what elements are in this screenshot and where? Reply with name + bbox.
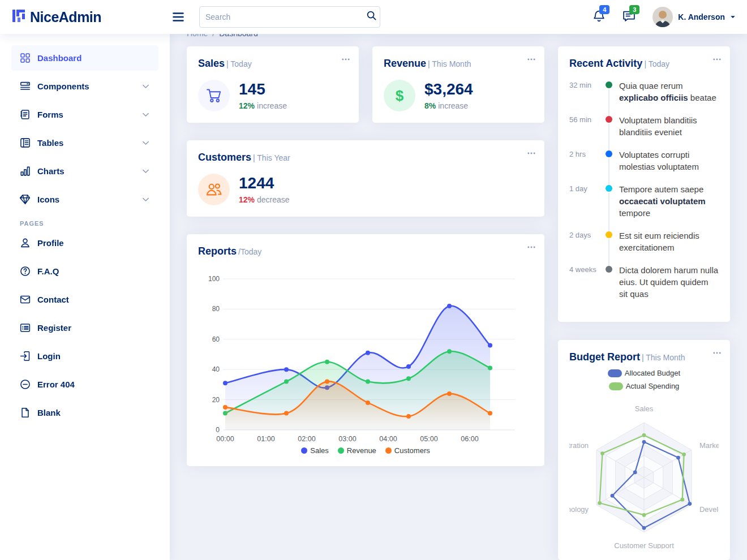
svg-text:Administration: Administration — [569, 441, 589, 450]
legend-label: Customers — [394, 446, 430, 455]
card-menu-icon[interactable] — [712, 54, 722, 64]
legend-swatch — [608, 369, 622, 377]
activity-text: Voluptates corrupti molestias voluptatem — [619, 149, 719, 183]
svg-text:Information Technology: Information Technology — [569, 505, 589, 514]
card-filter: | This Year — [253, 153, 290, 162]
sidebar-item-tables[interactable]: Tables — [11, 130, 158, 156]
svg-text:03:00: 03:00 — [338, 435, 356, 443]
profile-menu[interactable]: K. Anderson — [652, 7, 736, 27]
revenue-trend: 8%increase — [424, 101, 473, 110]
activity-item: 1 day Tempore autem saepe occaecati volu… — [569, 183, 719, 230]
legend-item-allocated-budget[interactable]: Allocated Budget — [608, 369, 680, 377]
sidebar-item-f-a-q[interactable]: F.A.Q — [11, 259, 158, 284]
reports-card: Reports/Today 02040608010000:0001:0002:0… — [187, 234, 544, 466]
activity-dot — [606, 150, 612, 157]
sidebar-item-label: Register — [37, 323, 71, 333]
legend-dot — [385, 447, 392, 454]
legend-item-sales[interactable]: Sales — [301, 446, 329, 455]
messages-button[interactable]: 3 — [622, 10, 636, 25]
activity-dot — [606, 231, 612, 238]
journal-icon — [20, 109, 31, 120]
budget-chart-legend: Allocated Budget Actual Spending — [569, 369, 719, 390]
activity-text: Quia quae rerum explicabo officiis beata… — [619, 80, 719, 114]
svg-text:Sales: Sales — [635, 404, 654, 413]
activity-text: Tempore autem saepe occaecati voluptatem… — [619, 183, 719, 230]
svg-text:Marketing: Marketing — [699, 441, 719, 450]
card-filter: | This Month — [428, 59, 471, 68]
sidebar-item-label: Login — [37, 351, 61, 361]
top-header: NiceAdmin 4 — [0, 0, 747, 34]
sidebar-item-register[interactable]: Register — [11, 315, 158, 341]
sidebar-item-forms[interactable]: Forms — [11, 102, 158, 127]
activity-rail — [604, 183, 619, 230]
logo-icon — [11, 8, 26, 25]
sidebar-item-components[interactable]: Components — [11, 74, 158, 99]
sidebar-nav: Dashboard Components Forms Tables Charts… — [11, 45, 158, 425]
svg-text:06:00: 06:00 — [461, 435, 478, 443]
dash-circle-icon — [20, 379, 31, 390]
dollar-icon: $ — [384, 80, 415, 111]
search-button[interactable] — [366, 10, 377, 23]
legend-item-revenue[interactable]: Revenue — [338, 446, 376, 455]
activity-rail — [604, 80, 619, 114]
activity-dot — [606, 116, 612, 123]
sidebar-pages-heading: PAGES — [20, 220, 158, 227]
svg-text:100: 100 — [208, 275, 220, 283]
main-content: Dashboard Home / Dashboard Sales| Today — [170, 0, 747, 560]
sidebar-item-label: Contact — [37, 295, 69, 304]
chevron-down-icon — [141, 167, 150, 175]
activity-line — [608, 124, 609, 151]
sidebar-item-dashboard[interactable]: Dashboard — [11, 45, 158, 71]
search-icon — [366, 14, 377, 23]
sidebar-item-contact[interactable]: Contact — [11, 287, 158, 312]
sidebar-item-label: Tables — [37, 138, 63, 148]
card-menu-icon[interactable] — [712, 348, 722, 358]
card-title: Recent Activity| Today — [569, 58, 719, 70]
app-title: NiceAdmin — [30, 9, 101, 25]
question-circle-icon — [20, 266, 31, 277]
activity-rail — [604, 230, 619, 264]
card-menu-icon[interactable] — [526, 54, 536, 64]
activity-item: 2 days Est sit eum reiciendis exercitati… — [569, 230, 719, 264]
notifications-button[interactable]: 4 — [593, 10, 606, 25]
card-filter: | This Month — [642, 353, 685, 362]
sidebar-item-profile[interactable]: Profile — [11, 230, 158, 256]
activity-line — [608, 158, 609, 186]
sidebar-item-icons[interactable]: Icons — [11, 187, 158, 212]
activity-rail — [604, 114, 619, 149]
card-filter: /Today — [238, 247, 261, 256]
sidebar-item-error-404[interactable]: Error 404 — [11, 372, 158, 397]
svg-text:20: 20 — [212, 396, 220, 404]
sales-value: 145 — [239, 81, 287, 97]
activity-time: 2 hrs — [569, 149, 604, 183]
svg-text:40: 40 — [212, 365, 220, 373]
card-menu-icon[interactable] — [526, 242, 536, 252]
search-input[interactable] — [199, 6, 380, 28]
legend-item-customers[interactable]: Customers — [385, 446, 430, 455]
left-column: Sales| Today 145 12%increase — [187, 46, 544, 560]
customers-trend: 12%decrease — [239, 195, 290, 204]
activity-item: 2 hrs Voluptates corrupti molestias volu… — [569, 149, 719, 183]
profile-name: K. Anderson — [678, 12, 725, 21]
search-form — [199, 6, 380, 28]
chevron-down-icon — [141, 195, 150, 204]
logo[interactable]: NiceAdmin — [11, 8, 165, 25]
activity-text: Dicta dolorem harum nulla eius. Ut quide… — [619, 264, 719, 311]
sidebar-item-blank[interactable]: Blank — [11, 400, 158, 425]
sidebar-item-login[interactable]: Login — [11, 343, 158, 369]
card-menu-icon[interactable] — [341, 54, 351, 64]
menu-wide-icon — [20, 81, 31, 92]
svg-text:Customer Support: Customer Support — [614, 541, 674, 549]
toggle-sidebar-icon[interactable] — [171, 10, 186, 24]
notifications-badge: 4 — [599, 5, 609, 14]
avatar — [652, 7, 673, 27]
card-menu-icon[interactable] — [526, 148, 536, 158]
layout-icon — [20, 137, 31, 148]
svg-text:0: 0 — [216, 426, 220, 434]
legend-item-actual-spending[interactable]: Actual Spending — [609, 382, 680, 390]
header-nav: 4 3 K. Anderson — [593, 7, 736, 27]
activity-item: 56 min Voluptatem blanditiis blanditiis … — [569, 114, 719, 149]
sidebar-item-charts[interactable]: Charts — [11, 158, 158, 184]
legend-label: Revenue — [347, 446, 376, 455]
activity-line — [608, 193, 609, 232]
